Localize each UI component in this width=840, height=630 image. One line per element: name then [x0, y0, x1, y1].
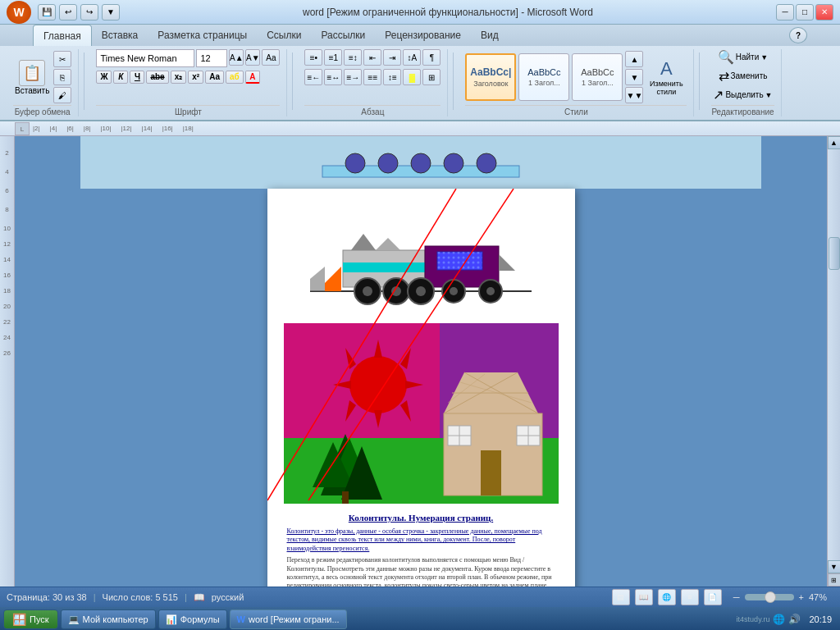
change-styles-button[interactable]: A Изменить стили [646, 58, 687, 96]
clipboard-group: 📋 Вставить ✂ ⎘ 🖌 Буфер обмена [7, 49, 79, 116]
show-marks-button[interactable]: ¶ [422, 49, 441, 66]
maximize-button[interactable]: □ [796, 4, 814, 21]
word-label: word [Режим ограни... [249, 614, 340, 624]
help-button[interactable]: ? [789, 27, 807, 43]
tab-insert[interactable]: Вставка [92, 25, 148, 46]
tab-review[interactable]: Рецензирование [375, 25, 471, 46]
window-title: word [Режим ограниченной функциональност… [120, 7, 776, 18]
zoom-thumb[interactable] [765, 591, 776, 603]
corner-button[interactable]: ⊞ [828, 573, 841, 587]
superscript-button[interactable]: x² [188, 71, 203, 84]
paste-button[interactable]: 📋 Вставить [13, 58, 51, 97]
svg-point-22 [416, 286, 426, 296]
clear-format-button[interactable]: Aa [262, 49, 280, 66]
word-icon: W [237, 614, 245, 624]
taskbar-formulas[interactable]: 📊 Формулы [158, 609, 227, 629]
minimize-button[interactable]: ─ [776, 4, 794, 21]
view-draft-button[interactable]: 📄 [704, 589, 722, 605]
close-button[interactable]: ✕ [815, 4, 833, 21]
tab-references[interactable]: Ссылки [257, 25, 311, 46]
customize-button[interactable]: ▼ [102, 4, 120, 21]
save-button[interactable]: 💾 [38, 4, 56, 21]
view-web-button[interactable]: 🌐 [658, 589, 676, 605]
page: Колонтитулы. Нумерация страниц. Колонтит… [267, 189, 575, 587]
font-name-input[interactable] [96, 49, 194, 67]
increase-indent-button[interactable]: ⇥ [383, 49, 401, 66]
paragraph-label: Абзац [304, 105, 441, 116]
increase-font-button[interactable]: A▲ [229, 49, 244, 66]
zoom-out-button[interactable]: ─ [733, 592, 740, 602]
border-button[interactable]: ⊞ [422, 69, 441, 85]
zoom-in-button[interactable]: + [799, 592, 804, 602]
view-outline-button[interactable]: ≡ [681, 589, 699, 605]
scroll-down-button[interactable]: ▼ [828, 560, 841, 573]
paste-label: Вставить [15, 86, 49, 95]
document-area[interactable]: Колонтитулы. Нумерация страниц. Колонтит… [15, 136, 827, 587]
svg-point-3 [411, 153, 431, 173]
italic-button[interactable]: К [113, 71, 128, 84]
taskbar-word[interactable]: W word [Режим ограни... [230, 609, 347, 629]
tab-mailings[interactable]: Рассылки [311, 25, 375, 46]
start-button[interactable]: 🪟 Пуск [3, 609, 58, 629]
style-heading1b[interactable]: AaBbCc 1 Загол... [518, 53, 569, 101]
find-button[interactable]: 🔍 Найти ▼ [718, 49, 768, 65]
align-center-button[interactable]: ≡↔ [324, 69, 342, 85]
tab-page-layout[interactable]: Разметка страницы [148, 25, 257, 46]
ruler-icon[interactable]: L [15, 122, 30, 135]
styles-scroll-down[interactable]: ▼ [625, 69, 643, 85]
svg-marker-16 [499, 254, 515, 271]
undo-button[interactable]: ↩ [59, 4, 77, 21]
style-heading2[interactable]: AaBbCc 1 Загол... [572, 53, 623, 101]
bold-button[interactable]: Ж [96, 71, 112, 84]
fill-color-button[interactable]: ▓ [403, 69, 421, 85]
align-left-button[interactable]: ≡← [304, 69, 322, 85]
svg-point-2 [378, 153, 398, 173]
copy-button[interactable]: ⎘ [53, 69, 71, 85]
font-color-button[interactable]: А [245, 71, 260, 84]
font-size-input[interactable] [196, 49, 227, 67]
view-reading-button[interactable]: 📖 [635, 589, 653, 605]
styles-scroll-up[interactable]: ▲ [625, 51, 643, 67]
tab-home[interactable]: Главная [33, 25, 92, 46]
styles-more[interactable]: ▼▼ [625, 87, 643, 103]
replace-button[interactable]: ⇄ Заменить [719, 68, 768, 84]
select-arrow: ▼ [765, 91, 773, 99]
start-label: Пуск [30, 614, 49, 624]
taskbar-my-computer[interactable]: 💻 Мой компьютер [61, 609, 156, 629]
office-button[interactable]: W [7, 1, 31, 24]
clipboard-buttons: 📋 Вставить ✂ ⎘ 🖌 [13, 49, 71, 105]
svg-rect-12 [343, 262, 425, 272]
multilevel-list-button[interactable]: ≡↕ [344, 49, 362, 66]
underline-button[interactable]: Ч [130, 71, 144, 84]
page-info: Страница: 30 из 38 [7, 592, 87, 602]
view-print-button[interactable]: ▤ [612, 589, 630, 605]
decrease-indent-button[interactable]: ⇤ [363, 49, 381, 66]
cut-button[interactable]: ✂ [53, 51, 71, 67]
case-button[interactable]: Аа [205, 71, 224, 84]
decrease-font-button[interactable]: A▼ [245, 49, 260, 66]
document-text: Колонтитулы. Нумерация страниц. Колонтит… [267, 508, 575, 587]
subscript-button[interactable]: x₂ [171, 71, 187, 84]
strikethrough-button[interactable]: abe [146, 71, 168, 84]
scroll-up-button[interactable]: ▲ [828, 136, 841, 149]
zoom-slider[interactable] [745, 594, 794, 600]
line-spacing-button[interactable]: ↕≡ [383, 69, 401, 85]
svg-marker-28 [310, 267, 325, 291]
tab-view[interactable]: Вид [471, 25, 509, 46]
highlight-button[interactable]: аб [226, 71, 244, 84]
ruler-marks: |2||4||6||8||10||12||14||16||18| [30, 125, 203, 132]
scroll-thumb[interactable] [829, 237, 840, 270]
align-right-button[interactable]: ≡→ [344, 69, 362, 85]
bullet-list-button[interactable]: ≡• [304, 49, 322, 66]
sort-button[interactable]: ↕A [403, 49, 421, 66]
style-heading1[interactable]: AaBbCc| Заголовок [465, 53, 516, 101]
format-painter-button[interactable]: 🖌 [53, 87, 71, 103]
justify-button[interactable]: ≡≡ [363, 69, 381, 85]
numbered-list-button[interactable]: ≡1 [324, 49, 342, 66]
font-label: Шрифт [96, 105, 280, 116]
ribbon-content: 📋 Вставить ✂ ⎘ 🖌 Буфер обмена A▲ A▼ [0, 46, 840, 120]
clipboard-label: Буфер обмена [13, 105, 71, 116]
select-button[interactable]: ↗ Выделить ▼ [713, 87, 772, 103]
redo-button[interactable]: ↪ [80, 4, 98, 21]
right-scrollbar: ▲ ▼ ⊞ [827, 136, 840, 587]
